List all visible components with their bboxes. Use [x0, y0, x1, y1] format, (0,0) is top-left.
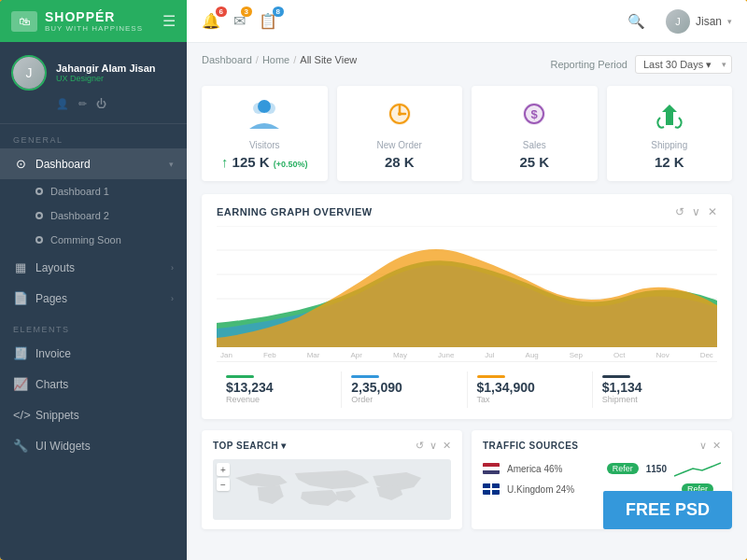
order-value: 2,35,090 — [351, 380, 457, 395]
reporting-row: Dashboard / Home / All Site View Reporti… — [202, 54, 732, 75]
nav-ui-widgets-label: UI Widgets — [35, 440, 91, 453]
shipping-value: 12 K — [655, 154, 684, 170]
stat-card-sales: $ Sales 25 K — [472, 86, 598, 181]
chart-header: EARNING GRAPH OVERVIEW ↺ ∨ ✕ — [217, 205, 717, 218]
shipment-value: $1,134 — [602, 380, 708, 395]
chart-close-icon[interactable]: ✕ — [708, 205, 717, 218]
profile-actions: 👤 ✏ ⏻ — [56, 98, 106, 110]
shipment-label: Shipment — [602, 395, 708, 404]
sidebar-header: 🛍 SHOPPÉR BUY WITH HAPPINESS ☰ — [0, 0, 187, 42]
profile-logout-icon[interactable]: ⏻ — [96, 98, 106, 110]
chart-stats-row: $13,234 Revenue 2,35,090 Order $1,34,900… — [217, 361, 717, 408]
sales-value: 25 K — [519, 154, 549, 170]
revenue-value: $13,234 — [226, 380, 331, 395]
profile-name: Jahangir Alam Jisan — [56, 63, 156, 74]
sub-nav-dashboard2-label: Dashboard 2 — [50, 210, 109, 221]
brand: SHOPPÉR BUY WITH HAPPINESS — [45, 9, 143, 33]
reporting-period-label: Reporting Period — [550, 59, 627, 70]
notification-bell[interactable]: 🔔 6 — [202, 12, 220, 30]
traffic-panel-close-icon[interactable]: ✕ — [712, 440, 721, 452]
topbar-username: Jisan — [696, 15, 722, 28]
tasks-badge: 8 — [273, 7, 284, 17]
nav-dashboard-label: Dashboard — [35, 158, 91, 171]
shipping-icon — [649, 97, 690, 134]
chart-refresh-icon[interactable]: ↺ — [675, 205, 684, 218]
invoice-icon: 🧾 — [13, 346, 28, 360]
nav-item-invoice[interactable]: 🧾 Invoice — [0, 338, 187, 369]
main-content: 🔔 6 ✉ 3 📋 8 🔍 J Jisan ▾ — [187, 0, 747, 560]
top-search-panel: TOP SEARCH ▾ ↺ ∨ ✕ + − — [202, 430, 462, 529]
visitors-icon — [244, 97, 285, 134]
top-search-actions: ↺ ∨ ✕ — [416, 440, 451, 452]
search-panel-refresh-icon[interactable]: ↺ — [416, 440, 424, 452]
notification-tasks[interactable]: 📋 8 — [259, 12, 277, 30]
breadcrumb: Dashboard / Home / All Site View — [202, 54, 357, 65]
earning-chart-panel: EARNING GRAPH OVERVIEW ↺ ∨ ✕ — [202, 194, 732, 419]
nav-item-layouts[interactable]: ▦ Layouts › — [0, 252, 187, 283]
bell-badge: 6 — [216, 7, 227, 17]
snippets-icon: </> — [13, 408, 28, 422]
charts-icon: 📈 — [13, 377, 28, 391]
topbar: 🔔 6 ✉ 3 📋 8 🔍 J Jisan ▾ — [187, 0, 747, 43]
chart-stat-shipment: $1,134 Shipment — [593, 371, 717, 408]
nav-layouts-label: Layouts — [35, 261, 75, 274]
notification-mail[interactable]: ✉ 3 — [233, 12, 246, 30]
bottom-row: TOP SEARCH ▾ ↺ ∨ ✕ + − — [202, 430, 732, 529]
sub-nav-coming-soon[interactable]: Comming Soon — [0, 228, 187, 252]
page-content: Dashboard / Home / All Site View Reporti… — [187, 43, 747, 560]
traffic-count-america: 1150 — [646, 464, 667, 474]
visitors-value: ↑ 125 K (+0.50%) — [221, 154, 308, 170]
topbar-chevron-icon: ▾ — [727, 17, 732, 26]
search-panel-collapse-icon[interactable]: ∨ — [430, 440, 437, 452]
nav-snippets-label: Snippets — [35, 409, 79, 422]
chevron-right-pages-icon: › — [171, 294, 174, 303]
profile-user-icon[interactable]: 👤 — [56, 98, 69, 110]
nav-item-dashboard[interactable]: ⊙ Dashboard ▾ — [0, 148, 187, 179]
profile-role: UX Designer — [56, 74, 156, 83]
traffic-list: America 46% Refer 1150 — [483, 459, 721, 495]
logo-icon: 🛍 — [11, 11, 37, 32]
neworder-label: New Order — [377, 140, 422, 150]
reporting-period-select[interactable]: Last 30 Days ▾ Last 7 Days Last 90 Days … — [635, 55, 732, 74]
profile-edit-icon[interactable]: ✏ — [78, 98, 87, 110]
shipment-bar — [602, 375, 630, 378]
chart-stat-tax: $1,34,900 Tax — [468, 371, 593, 408]
tax-bar — [477, 375, 505, 378]
dot-yellow-icon — [35, 236, 43, 244]
sales-icon: $ — [514, 97, 555, 134]
stats-row: Visitors ↑ 125 K (+0.50%) — [202, 86, 732, 181]
stat-card-neworder: New Order 28 K — [337, 86, 463, 181]
topbar-user[interactable]: J Jisan ▾ — [666, 9, 732, 34]
search-icon[interactable]: 🔍 — [627, 13, 645, 30]
sales-label: Sales — [523, 140, 546, 150]
stat-card-visitors: Visitors ↑ 125 K (+0.50%) — [202, 86, 328, 181]
free-psd-banner: FREE PSD — [603, 491, 732, 529]
chart-title: EARNING GRAPH OVERVIEW — [217, 206, 373, 217]
hamburger-icon[interactable]: ☰ — [162, 12, 176, 30]
revenue-label: Revenue — [226, 395, 331, 404]
nav-item-pages[interactable]: 📄 Pages › — [0, 283, 187, 314]
revenue-bar — [226, 375, 254, 378]
chart-collapse-icon[interactable]: ∨ — [692, 205, 700, 218]
topbar-notification-icons: 🔔 6 ✉ 3 📋 8 — [202, 12, 277, 30]
ui-widgets-icon: 🔧 — [13, 439, 28, 453]
nav-item-ui-widgets[interactable]: 🔧 UI Widgets — [0, 430, 187, 461]
traffic-item-america: America 46% Refer 1150 — [483, 459, 721, 478]
traffic-sparkline-america — [674, 459, 721, 478]
nav-charts-label: Charts — [35, 378, 68, 391]
elements-section-label: ELEMENTS — [0, 314, 187, 338]
svg-text:$: $ — [531, 107, 539, 121]
brand-tagline: BUY WITH HAPPINESS — [45, 24, 143, 33]
nav-item-snippets[interactable]: </> Snippets — [0, 399, 187, 430]
nav-item-charts[interactable]: 📈 Charts — [0, 369, 187, 399]
search-panel-close-icon[interactable]: ✕ — [443, 440, 451, 452]
sub-nav-dashboard2[interactable]: Dashboard 2 — [0, 203, 187, 228]
avatar: J — [11, 55, 47, 91]
pages-icon: 📄 — [13, 291, 28, 305]
map-area: + − — [213, 459, 451, 520]
stat-card-shipping: Shipping 12 K — [607, 86, 733, 181]
sub-nav-dashboard1[interactable]: Dashboard 1 — [0, 179, 187, 203]
traffic-panel-collapse-icon[interactable]: ∨ — [699, 440, 707, 452]
traffic-tag-refer: Refer — [607, 463, 639, 474]
sub-nav-coming-soon-label: Comming Soon — [50, 234, 121, 245]
